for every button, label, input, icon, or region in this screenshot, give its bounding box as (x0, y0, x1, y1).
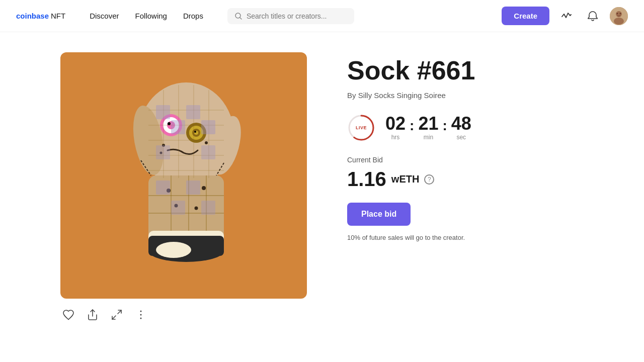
search-input[interactable] (247, 12, 347, 20)
svg-rect-55 (201, 145, 215, 159)
nav-discover[interactable]: Discover (90, 12, 119, 20)
timer-colon-2: : (442, 118, 447, 141)
svg-point-4 (617, 13, 618, 14)
bid-currency: wETH (391, 173, 420, 185)
nav-right: Create (502, 7, 628, 25)
svg-line-62 (118, 310, 121, 314)
nft-info-panel: Sock #661 By Silly Socks Singing Soiree … (347, 52, 584, 241)
svg-line-63 (112, 316, 116, 319)
timer-hours: 02 hrs (385, 115, 406, 141)
svg-point-26 (194, 131, 196, 133)
more-button[interactable] (135, 309, 147, 321)
bid-label: Current Bid (347, 156, 584, 164)
svg-point-28 (205, 141, 208, 144)
live-label-text: LIVE (356, 125, 367, 130)
svg-rect-52 (171, 120, 185, 134)
avatar[interactable] (610, 7, 628, 25)
create-button[interactable]: Create (502, 7, 549, 25)
timer-minutes: 21 min (418, 115, 438, 141)
logo-coinbase-text: coinbase (16, 12, 49, 20)
avatar-image (610, 7, 628, 25)
nft-creator: By Silly Socks Singing Soiree (347, 91, 584, 100)
svg-rect-57 (186, 180, 200, 195)
nft-title: Sock #661 (347, 56, 584, 85)
share-icon (87, 309, 99, 321)
nav-drops[interactable]: Drops (183, 12, 203, 20)
svg-rect-54 (156, 145, 170, 159)
live-timer-section: LIVE 02 hrs : 21 min : 48 sec (347, 114, 584, 142)
like-button[interactable] (62, 309, 74, 321)
svg-rect-51 (186, 105, 200, 119)
logo-nft-text: NFT (51, 12, 65, 20)
nft-container (60, 52, 307, 321)
more-icon (135, 309, 147, 321)
bell-icon (587, 11, 598, 22)
bid-number: 1.16 (347, 168, 386, 191)
nft-actions-bar (60, 309, 307, 321)
timer-colon-1: : (410, 118, 414, 141)
nav-links: Discover Following Drops (90, 8, 502, 24)
svg-rect-53 (201, 120, 215, 134)
nft-artwork (103, 70, 264, 281)
svg-point-3 (614, 18, 624, 25)
svg-rect-59 (201, 201, 215, 215)
svg-point-65 (140, 314, 142, 316)
expand-button[interactable] (111, 309, 123, 321)
bid-help-button[interactable]: ? (424, 174, 434, 185)
svg-point-5 (620, 13, 621, 14)
place-bid-button[interactable]: Place bid (347, 203, 411, 226)
svg-point-13 (156, 242, 191, 258)
svg-point-33 (195, 207, 198, 210)
svg-point-66 (140, 318, 142, 319)
live-badge: LIVE (347, 114, 375, 142)
svg-point-31 (202, 186, 206, 190)
svg-point-21 (168, 122, 171, 125)
timer-display: 02 hrs : 21 min : 48 sec (385, 115, 471, 141)
svg-point-64 (140, 311, 142, 312)
main-content: Sock #661 By Silly Socks Singing Soiree … (0, 32, 644, 341)
svg-rect-56 (156, 180, 170, 195)
activity-icon (561, 11, 572, 22)
logo-link[interactable]: coinbase NFT (16, 12, 65, 20)
search-icon (234, 12, 243, 20)
navbar: coinbase NFT Discover Following Drops Cr… (0, 0, 644, 32)
bid-amount-row: 1.16 wETH ? (347, 168, 584, 191)
nft-image-box (60, 52, 307, 299)
svg-rect-50 (156, 105, 170, 119)
notifications-icon-button[interactable] (584, 7, 602, 25)
heart-icon (62, 309, 74, 321)
nav-following[interactable]: Following (135, 12, 167, 20)
share-button[interactable] (87, 309, 99, 321)
activity-icon-button[interactable] (557, 7, 576, 25)
royalty-text: 10% of future sales will go to the creat… (347, 234, 584, 241)
expand-icon (111, 309, 123, 321)
svg-rect-58 (171, 201, 185, 215)
timer-seconds: 48 sec (451, 115, 471, 141)
search-bar (227, 8, 354, 24)
